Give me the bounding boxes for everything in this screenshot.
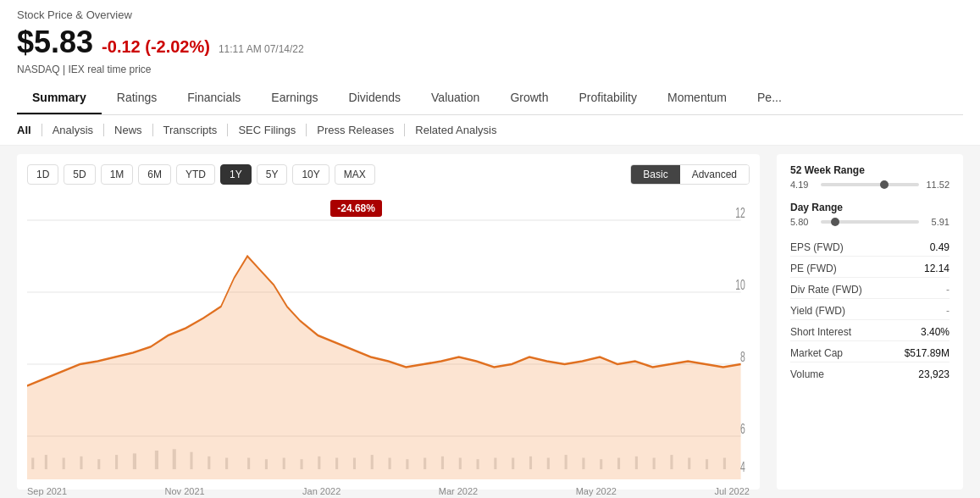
stock-label: Stock Price & Overview <box>17 8 963 21</box>
subnav-related-analysis[interactable]: Related Analysis <box>405 124 507 136</box>
subnav-all[interactable]: All <box>17 124 42 136</box>
day-range-low: 5.80 <box>790 217 816 227</box>
view-toggle: Basic Advanced <box>630 164 750 185</box>
svg-text:10: 10 <box>735 276 745 292</box>
stat-volume: Volume 23,923 <box>790 366 950 383</box>
stat-eps: EPS (FWD) 0.49 <box>790 239 950 257</box>
day-range-dot <box>831 218 839 226</box>
main-tabs: Summary Ratings Financials Earnings Divi… <box>17 82 963 115</box>
stat-pe-value: 12.14 <box>924 263 950 274</box>
chart-area: -24.68% 12 10 8 6 4 <box>27 191 750 479</box>
tab-valuation[interactable]: Valuation <box>416 82 495 114</box>
week52-dot <box>880 180 889 189</box>
svg-text:8: 8 <box>740 348 745 364</box>
day-range: Day Range 5.80 5.91 <box>790 202 950 227</box>
time-btn-6m[interactable]: 6M <box>138 164 171 185</box>
week52-low: 4.19 <box>790 180 816 190</box>
tab-more[interactable]: Pe... <box>742 82 797 114</box>
view-advanced-button[interactable]: Advanced <box>680 165 749 184</box>
stat-yield: Yield (FWD) - <box>790 302 950 320</box>
stat-market-cap-value: $517.89M <box>905 347 950 359</box>
chart-section: 1D 5D 1M 6M YTD 1Y 5Y 10Y MAX Basic Adva… <box>17 154 760 490</box>
price-source: NASDAQ | IEX real time price <box>17 64 963 75</box>
stat-divrate: Div Rate (FWD) - <box>790 281 950 299</box>
time-btn-1m[interactable]: 1M <box>101 164 134 185</box>
stat-divrate-value: - <box>946 284 950 296</box>
stat-yield-value: - <box>946 305 950 317</box>
sub-navigation: All Analysis News Transcripts SEC Filing… <box>0 115 980 146</box>
svg-text:4: 4 <box>740 459 745 475</box>
x-label-mar: Mar 2022 <box>439 486 478 496</box>
stat-volume-value: 23,923 <box>918 368 950 380</box>
tab-earnings[interactable]: Earnings <box>256 82 333 114</box>
x-label-jul: Jul 2022 <box>714 486 750 496</box>
subnav-press-releases[interactable]: Press Releases <box>307 124 405 136</box>
x-label-jan: Jan 2022 <box>302 486 341 496</box>
view-basic-button[interactable]: Basic <box>631 165 679 184</box>
subnav-news[interactable]: News <box>104 124 153 136</box>
x-label-may: May 2022 <box>576 486 617 496</box>
stat-eps-value: 0.49 <box>930 241 950 253</box>
stat-pe-label: PE (FWD) <box>790 263 837 274</box>
x-axis-labels: Sep 2021 Nov 2021 Jan 2022 Mar 2022 May … <box>27 483 750 498</box>
week52-label: 52 Week Range <box>790 164 950 176</box>
week52-high: 11.52 <box>924 180 950 190</box>
time-btn-ytd[interactable]: YTD <box>176 164 215 185</box>
sidebar-stats: 52 Week Range 4.19 11.52 Day Range 5.80 <box>777 154 963 490</box>
week52-track <box>821 183 919 186</box>
subnav-analysis[interactable]: Analysis <box>42 124 104 136</box>
tab-summary[interactable]: Summary <box>17 82 102 114</box>
time-btn-10y[interactable]: 10Y <box>292 164 329 185</box>
stat-volume-label: Volume <box>790 368 824 380</box>
stat-market-cap: Market Cap $517.89M <box>790 345 950 362</box>
svg-text:12: 12 <box>735 204 745 220</box>
price-time: 11:11 AM 07/14/22 <box>219 43 304 55</box>
stat-short-interest: Short Interest 3.40% <box>790 324 950 341</box>
x-label-sep: Sep 2021 <box>27 486 67 496</box>
tab-profitability[interactable]: Profitability <box>564 82 652 114</box>
stat-pe: PE (FWD) 12.14 <box>790 260 950 278</box>
price-chart: 12 10 8 6 4 <box>27 191 750 479</box>
x-label-nov: Nov 2021 <box>165 486 205 496</box>
day-range-high: 5.91 <box>924 217 950 227</box>
tab-financials[interactable]: Financials <box>172 82 256 114</box>
time-btn-1y[interactable]: 1Y <box>220 164 252 185</box>
chart-tooltip: -24.68% <box>330 200 382 217</box>
time-btn-5d[interactable]: 5D <box>64 164 95 185</box>
svg-text:6: 6 <box>740 420 745 436</box>
stat-short-interest-value: 3.40% <box>921 326 950 338</box>
time-btn-5y[interactable]: 5Y <box>257 164 288 185</box>
stat-yield-label: Yield (FWD) <box>790 305 845 317</box>
stock-price: $5.83 <box>17 25 93 60</box>
subnav-transcripts[interactable]: Transcripts <box>153 124 229 136</box>
time-btn-max[interactable]: MAX <box>335 164 375 185</box>
stat-market-cap-label: Market Cap <box>790 347 843 359</box>
day-range-track <box>821 220 919 224</box>
price-change: -0.12 (-2.02%) <box>102 37 210 57</box>
tab-growth[interactable]: Growth <box>495 82 563 114</box>
subnav-sec-filings[interactable]: SEC Filings <box>228 124 307 136</box>
time-btn-1d[interactable]: 1D <box>27 164 58 185</box>
stat-eps-label: EPS (FWD) <box>790 241 844 253</box>
tab-dividends[interactable]: Dividends <box>334 82 416 114</box>
chart-controls: 1D 5D 1M 6M YTD 1Y 5Y 10Y MAX Basic Adva… <box>27 164 750 185</box>
week52-range: 52 Week Range 4.19 11.52 <box>790 164 950 190</box>
stat-divrate-label: Div Rate (FWD) <box>790 284 862 296</box>
day-range-label: Day Range <box>790 202 950 213</box>
tab-ratings[interactable]: Ratings <box>102 82 172 114</box>
stat-short-interest-label: Short Interest <box>790 326 851 338</box>
tab-momentum[interactable]: Momentum <box>652 82 742 114</box>
